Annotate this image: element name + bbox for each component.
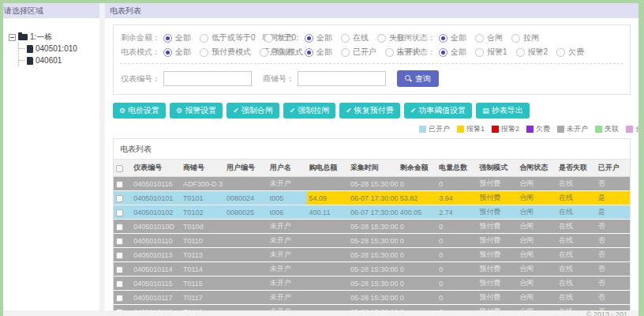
table-cell: 未开户 bbox=[268, 291, 307, 305]
select-all-checkbox[interactable] bbox=[116, 165, 123, 172]
radio-button[interactable] bbox=[377, 34, 386, 43]
table-cell bbox=[307, 248, 348, 262]
radio-button[interactable] bbox=[305, 34, 313, 43]
tree-node[interactable]: 040601 bbox=[19, 55, 98, 66]
tree-root-label: 1:一栋 bbox=[30, 32, 52, 43]
radio-option[interactable]: 全部 bbox=[163, 32, 191, 43]
row-checkbox[interactable] bbox=[116, 224, 123, 231]
radio-button[interactable] bbox=[200, 48, 208, 57]
table-cell bbox=[224, 276, 268, 291]
radio-option[interactable]: 全部 bbox=[305, 32, 332, 43]
radio-option[interactable]: 全部 bbox=[439, 47, 466, 58]
radio-button[interactable] bbox=[511, 34, 520, 43]
table-row[interactable]: 040501010DT010d未开户05-28 15:30:0000预付费合闸在… bbox=[114, 220, 630, 234]
row-checkbox[interactable] bbox=[116, 209, 123, 216]
table-cell: 在线 bbox=[556, 248, 596, 262]
table-cell: 0 bbox=[398, 291, 437, 305]
file-icon bbox=[27, 45, 33, 53]
radio-button[interactable] bbox=[200, 34, 208, 43]
table-row[interactable]: 0405010110T0110未开户05-28 15:30:0000预付费合闸在… bbox=[114, 234, 630, 248]
page-title: 电表列表 bbox=[105, 3, 638, 18]
table-row[interactable]: 0405010115T0115未开户05-28 15:30:0000预付费合闸在… bbox=[114, 276, 630, 291]
query-button[interactable]: 查询 bbox=[397, 70, 439, 87]
radio-option[interactable]: 在线 bbox=[341, 32, 369, 43]
radio-option[interactable]: 全部 bbox=[163, 47, 191, 58]
radio-button[interactable] bbox=[475, 34, 484, 43]
meter-no-label: 仪表编号： bbox=[121, 73, 160, 85]
radio-button[interactable] bbox=[556, 48, 565, 57]
toolbar-button-label: 恢复预付费 bbox=[354, 105, 394, 116]
radio-option[interactable]: 合闸 bbox=[475, 32, 503, 43]
table-row[interactable]: 0405010116ADF300-D 3未开户05-28 15:30:0000预… bbox=[114, 177, 630, 191]
table-row[interactable]: 0405010113T0113未开户05-28 15:30:0000预付费合闸在… bbox=[114, 248, 630, 262]
radio-option[interactable]: 报警1 bbox=[475, 47, 507, 58]
table-cell: 05-28 15:30:00 bbox=[348, 262, 398, 276]
table-row[interactable]: 0405010102T01020080025t006400.1106-07 17… bbox=[114, 205, 630, 220]
table-title: 电表列表 bbox=[114, 139, 630, 159]
radio-button[interactable] bbox=[341, 34, 350, 43]
radio-option[interactable]: 欠费 bbox=[556, 47, 584, 58]
radio-button[interactable] bbox=[385, 48, 394, 57]
table-cell: 0 bbox=[436, 220, 477, 234]
row-checkbox[interactable] bbox=[116, 181, 123, 188]
table-cell: 在线 bbox=[556, 276, 596, 291]
table-row[interactable]: 0405010114T0114未开户05-28 15:30:0000预付费合闸在… bbox=[114, 262, 630, 276]
radio-option[interactable]: 预付费模式 bbox=[200, 47, 251, 58]
radio-button[interactable] bbox=[163, 34, 172, 43]
radio-option[interactable]: 低于或等于0 bbox=[200, 32, 256, 43]
radio-button[interactable] bbox=[439, 34, 447, 43]
table-cell: 否 bbox=[596, 248, 630, 262]
row-checkbox[interactable] bbox=[116, 252, 123, 259]
toolbar-button-功率阈值设置[interactable]: ✔功率阈值设置 bbox=[404, 103, 473, 118]
table-cell: 05-28 15:30:00 bbox=[348, 248, 398, 262]
row-checkbox[interactable] bbox=[116, 295, 123, 302]
select-all-checkbox-cell bbox=[114, 160, 131, 177]
doc-icon: ▤ bbox=[482, 107, 489, 115]
table-cell: T0115 bbox=[181, 276, 224, 291]
radio-button[interactable] bbox=[264, 34, 273, 43]
row-checkbox[interactable] bbox=[116, 309, 123, 310]
tree-root-node[interactable]: 1:一栋 bbox=[9, 32, 98, 43]
toolbar-button-报警设置[interactable]: ⚙报警设置 bbox=[170, 103, 223, 118]
toolbar-button-恢复预付费[interactable]: ✔恢复预付费 bbox=[339, 103, 400, 118]
shop-no-input[interactable] bbox=[298, 71, 386, 86]
table-row[interactable]: 0405010101T01010080024t00554.0906-07 17:… bbox=[114, 191, 630, 205]
radio-button[interactable] bbox=[475, 48, 484, 57]
radio-button[interactable] bbox=[439, 48, 447, 57]
toolbar-button-强制合闸[interactable]: ✔强制合闸 bbox=[227, 103, 279, 118]
tree-node[interactable]: 040501:010 bbox=[19, 43, 98, 55]
column-header-强制模式: 强制模式 bbox=[477, 160, 517, 177]
meter-table: 仪表编号商铺号用户编号用户名购电总额采集时间剩余金额电量总数强制模式合闸状态是否… bbox=[114, 159, 630, 310]
table-row[interactable]: 0405010117T0117未开户05-28 15:30:0000预付费合闸在… bbox=[114, 291, 630, 305]
radio-option[interactable]: 全部 bbox=[305, 47, 332, 58]
radio-button[interactable] bbox=[516, 48, 525, 57]
toolbar-button-电价设置[interactable]: ⚙电价设置 bbox=[113, 103, 166, 118]
main-panel: 电表列表 剩余金额：全部低于或等于0大于0联网状态：全部在线失联合闸状态：全部合… bbox=[105, 3, 638, 310]
toolbar-button-强制拉闸[interactable]: ✔强制拉闸 bbox=[283, 103, 336, 118]
row-checkbox[interactable] bbox=[116, 195, 123, 202]
radio-button[interactable] bbox=[163, 48, 172, 57]
column-header-购电总额: 购电总额 bbox=[307, 160, 348, 177]
table-cell: t006 bbox=[268, 205, 307, 220]
meter-no-input[interactable] bbox=[163, 71, 252, 86]
toolbar-button-抄表导出[interactable]: ▤抄表导出 bbox=[476, 103, 530, 118]
row-checkbox[interactable] bbox=[116, 280, 123, 288]
tree-collapse-icon[interactable] bbox=[9, 34, 16, 41]
radio-option[interactable]: 已开户 bbox=[341, 47, 376, 58]
table-cell: T0117 bbox=[181, 291, 224, 305]
row-checkbox[interactable] bbox=[116, 266, 123, 273]
legend-label: 报警1 bbox=[466, 124, 485, 134]
radio-button[interactable] bbox=[305, 48, 313, 57]
radio-button[interactable] bbox=[260, 48, 268, 57]
table-cell: 是 bbox=[596, 191, 630, 205]
radio-button[interactable] bbox=[341, 48, 350, 57]
table-cell: 否 bbox=[596, 276, 630, 291]
row-checkbox[interactable] bbox=[116, 238, 123, 245]
tree-connector bbox=[19, 60, 24, 61]
table-row[interactable]: 0405010118T0118未开户05-28 15:30:0000预付费合闸在… bbox=[114, 305, 630, 311]
filter-group-label: 电表模式： bbox=[121, 47, 160, 58]
radio-option[interactable]: 拉闸 bbox=[511, 32, 539, 43]
table-cell: 未开户 bbox=[268, 262, 307, 276]
radio-option[interactable]: 报警2 bbox=[516, 47, 549, 58]
radio-option[interactable]: 全部 bbox=[439, 32, 466, 43]
